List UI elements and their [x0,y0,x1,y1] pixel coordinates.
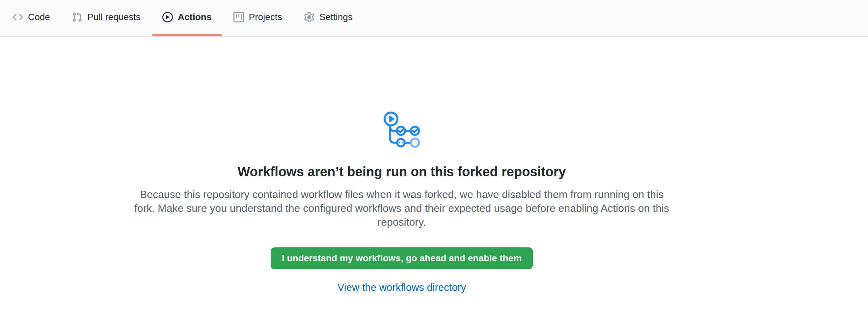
enable-workflows-button[interactable]: I understand my workflows, go ahead and … [271,247,533,269]
repo-tab-nav: Code Pull requests Actions Projects Sett… [0,0,868,37]
tab-actions-label: Actions [178,12,212,22]
tab-code-label: Code [28,12,50,22]
view-workflows-directory-link[interactable]: View the workflows directory [0,282,803,293]
tab-settings-label: Settings [319,12,353,22]
tab-projects-label: Projects [249,12,282,22]
tab-pull-requests[interactable]: Pull requests [62,0,151,36]
tab-settings[interactable]: Settings [294,0,363,36]
tab-code[interactable]: Code [3,0,60,36]
project-icon [234,12,244,22]
page-title: Workflows aren’t being run on this forke… [0,164,803,180]
play-icon [162,12,173,22]
tab-actions[interactable]: Actions [152,0,222,36]
gear-icon [304,12,314,22]
tab-projects[interactable]: Projects [224,0,292,36]
actions-blankslate: Workflows aren’t being run on this forke… [0,37,868,293]
code-icon [12,12,23,22]
tab-pull-requests-label: Pull requests [87,12,141,22]
blankslate-description: Because this repository contained workfl… [132,187,672,229]
workflow-graph-icon [383,111,420,148]
git-pull-request-icon [72,12,82,22]
